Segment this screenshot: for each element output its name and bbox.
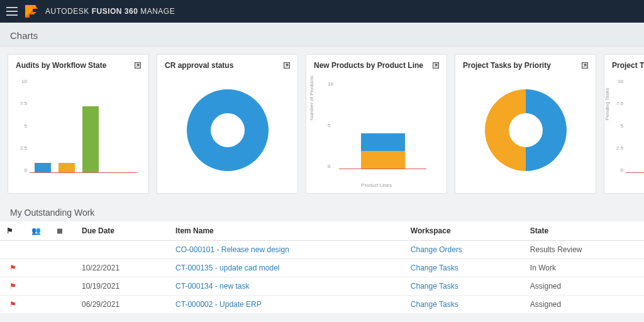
people-cell <box>25 241 50 259</box>
flag-cell[interactable]: ⚑ <box>0 259 25 277</box>
chart-title: Project Tasks by Priority <box>463 61 588 70</box>
x-axis-label: Product Lines <box>361 182 392 188</box>
bar <box>82 106 99 172</box>
donut-chart <box>187 89 269 171</box>
workspace-header[interactable]: Workspace <box>404 221 524 241</box>
workspace-cell[interactable]: Change Tasks <box>404 277 524 296</box>
people-cell <box>25 296 50 314</box>
flag-icon: ⚑ <box>9 282 16 291</box>
chart-body: Number of Products 1050 Product Lines <box>314 74 439 187</box>
y-ticks: 107.552.50 <box>18 79 27 173</box>
sort-cell <box>50 259 75 277</box>
bar-segment <box>361 151 405 169</box>
flag-icon: ⚑ <box>9 264 16 272</box>
table-row[interactable]: ⚑10/22/2021CT-000135 - update cad modelC… <box>0 259 644 277</box>
table-row[interactable]: ⚑06/29/2021CT-000002 - Update ERPChange … <box>0 296 644 314</box>
state-header[interactable]: State <box>524 221 644 241</box>
item-cell[interactable]: CT-000002 - Update ERP <box>169 296 404 314</box>
charts-row: Audits by Workflow State 107.552.50 CR a… <box>0 47 644 201</box>
workspace-cell[interactable]: Change Tasks <box>404 259 524 277</box>
brand-text: AUTODESK FUSION 360 MANAGE <box>45 7 175 16</box>
y-axis-label: Number of Products <box>309 75 314 120</box>
menu-icon[interactable] <box>6 7 18 16</box>
expand-icon[interactable] <box>431 61 440 70</box>
sort-cell <box>50 277 75 296</box>
flag-cell[interactable]: ⚑ <box>0 296 25 314</box>
chart-card-partial: Project Tasks b Pending Tasks 107.552.50 <box>604 54 644 194</box>
chart-card-priority: Project Tasks by Priority <box>455 54 596 194</box>
sort-cell <box>50 296 75 314</box>
charts-section-title: Charts <box>0 23 644 47</box>
chart-body: Pending Tasks 107.552.50 <box>612 74 644 187</box>
due-cell: 06/29/2021 <box>75 296 169 314</box>
chart-title: Project Tasks b <box>612 61 644 70</box>
chart-title: Audits by Workflow State <box>16 61 141 70</box>
chart-title: CR approval status <box>165 61 290 70</box>
flag-cell[interactable] <box>0 241 25 259</box>
flag-icon: ⚑ <box>9 300 16 309</box>
brand-prefix: AUTODESK <box>45 7 89 16</box>
workspace-cell[interactable]: Change Orders <box>404 241 524 259</box>
y-ticks: 107.552.50 <box>614 79 623 173</box>
chart-card-cr-approval: CR approval status <box>157 54 298 194</box>
table-header-row: ⚑ 👥 ≣ Due Date Item Name Workspace State <box>0 221 644 241</box>
chart-body: 107.552.50 <box>16 74 141 187</box>
donut-chart <box>485 89 567 171</box>
table-row[interactable]: CO-000101 - Release new designChange Ord… <box>0 241 644 259</box>
plot-area <box>339 81 426 169</box>
state-cell: Assigned <box>524 277 644 296</box>
bar <box>35 163 51 172</box>
stacked-bar <box>361 133 405 169</box>
sort-cell <box>50 241 75 259</box>
due-cell: 10/22/2021 <box>75 259 169 277</box>
bar <box>58 163 75 172</box>
item-cell[interactable]: CT-000135 - update cad model <box>169 259 404 277</box>
expand-icon[interactable] <box>282 61 291 70</box>
outstanding-work-table: ⚑ 👥 ≣ Due Date Item Name Workspace State… <box>0 221 644 314</box>
people-cell <box>25 277 50 296</box>
state-cell: Results Review <box>524 241 644 259</box>
flag-column-header[interactable]: ⚑ <box>0 221 25 241</box>
item-name-header[interactable]: Item Name <box>169 221 404 241</box>
chart-body <box>165 74 290 187</box>
bar-segment <box>361 133 405 151</box>
brand-product: FUSION 360 <box>92 7 138 16</box>
due-cell: 10/19/2021 <box>75 277 169 296</box>
chart-title: New Products by Product Line <box>314 61 439 70</box>
brand-suffix: MANAGE <box>140 7 175 16</box>
table-row[interactable]: ⚑10/19/2021CT-000134 - new taskChange Ta… <box>0 277 644 296</box>
item-cell[interactable]: CT-000134 - new task <box>169 277 404 296</box>
people-cell <box>25 259 50 277</box>
plot-area <box>30 79 137 173</box>
chart-card-new-products: New Products by Product Line Number of P… <box>306 54 447 194</box>
due-cell <box>75 241 169 259</box>
expand-icon[interactable] <box>133 61 142 70</box>
flag-cell[interactable]: ⚑ <box>0 277 25 296</box>
due-date-header[interactable]: Due Date <box>75 221 169 241</box>
state-cell: Assigned <box>524 296 644 314</box>
item-cell[interactable]: CO-000101 - Release new design <box>169 241 404 259</box>
mow-section-title: My Outstanding Work <box>0 201 644 221</box>
plot-area <box>626 79 644 173</box>
y-ticks: 1050 <box>328 81 333 169</box>
topbar: AUTODESK FUSION 360 MANAGE <box>0 0 644 23</box>
sort-column-header[interactable]: ≣ <box>50 221 75 241</box>
people-column-header[interactable]: 👥 <box>25 221 50 241</box>
fusion-logo-icon <box>25 5 38 18</box>
chart-body <box>463 74 588 187</box>
expand-icon[interactable] <box>580 61 589 70</box>
y-axis-label: Pending Tasks <box>604 88 610 121</box>
workspace-cell[interactable]: Change Tasks <box>404 296 524 314</box>
state-cell: In Work <box>524 259 644 277</box>
chart-card-audits: Audits by Workflow State 107.552.50 <box>8 54 149 194</box>
